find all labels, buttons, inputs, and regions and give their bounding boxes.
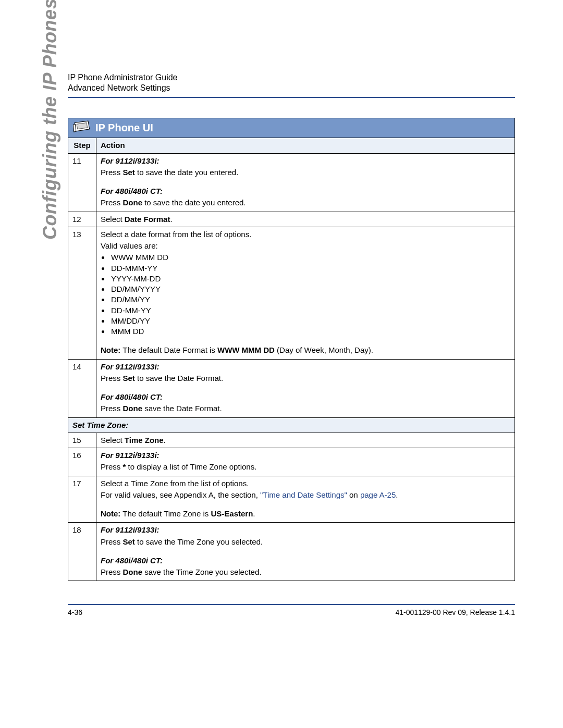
step-cell: 18: [68, 523, 96, 581]
page: IP Phone Administrator Guide Advanced Ne…: [0, 0, 563, 728]
step-cell: 15: [68, 433, 96, 448]
list-item: YYYY-MM-DD: [110, 274, 510, 284]
table-row: 12 Select Date Format.: [68, 212, 515, 227]
table-header-row: Step Action: [68, 138, 515, 153]
table-row: 11 For 9112i/9133i: Press Set to save th…: [68, 153, 515, 212]
action-text: For valid values, see Appendix A, the se…: [101, 490, 510, 500]
list-item: DD/MM/YY: [110, 294, 510, 305]
model-heading: For 9112i/9133i:: [101, 362, 510, 372]
col-step-header: Step: [68, 138, 96, 153]
action-cell: For 9112i/9133i: Press Set to save the d…: [96, 153, 515, 212]
action-cell: Select Time Zone.: [96, 433, 515, 448]
note-text: Note: The default Time Zone is US-Easter…: [101, 509, 510, 519]
action-text: Press Done save the Time Zone you select…: [101, 567, 510, 577]
step-cell: 14: [68, 359, 96, 417]
page-number: 4-36: [68, 608, 82, 616]
step-cell: 12: [68, 212, 96, 227]
table-row: 18 For 9112i/9133i: Press Set to save th…: [68, 523, 515, 581]
action-cell: For 9112i/9133i: Press Set to save the T…: [96, 523, 515, 581]
action-text: Press * to display a list of Time Zone o…: [101, 462, 510, 472]
table-row: 17 Select a Time Zone from the list of o…: [68, 476, 515, 523]
header-rule: [68, 97, 515, 98]
cross-ref-link[interactable]: "Time and Date Settings": [260, 490, 347, 499]
page-header: IP Phone Administrator Guide Advanced Ne…: [68, 73, 515, 98]
action-text: Press Set to save the Date Format.: [101, 373, 510, 384]
action-cell: For 9112i/9133i: Press * to display a li…: [96, 448, 515, 476]
action-text: Select a Time Zone from the list of opti…: [101, 478, 510, 489]
col-action-header: Action: [96, 138, 515, 153]
action-text: Press Done to save the date you entered.: [101, 198, 510, 208]
action-text: Valid values are:: [101, 241, 510, 251]
step-cell: 16: [68, 448, 96, 476]
table-row: 15 Select Time Zone.: [68, 433, 515, 448]
page-footer: 4-36 41-001129-00 Rev 09, Release 1.4.1: [68, 604, 515, 616]
list-item: DD-MMM-YY: [110, 263, 510, 274]
table-row: 13 Select a date format from the list of…: [68, 227, 515, 359]
step-cell: 11: [68, 153, 96, 212]
step-cell: 13: [68, 227, 96, 359]
list-item: DD/MM/YYYY: [110, 284, 510, 294]
action-cell: Select a date format from the list of op…: [96, 227, 515, 359]
action-text: Select a date format from the list of op…: [101, 229, 510, 240]
table-row: 14 For 9112i/9133i: Press Set to save th…: [68, 359, 515, 417]
action-text: Press Set to save the Time Zone you sele…: [101, 537, 510, 547]
list-item: MMM DD: [110, 326, 510, 337]
model-heading: For 9112i/9133i:: [101, 525, 510, 535]
list-item: DD-MM-YY: [110, 305, 510, 316]
doc-revision: 41-001129-00 Rev 09, Release 1.4.1: [395, 608, 515, 616]
banner-title: IP Phone UI: [95, 121, 153, 135]
list-item: MM/DD/YY: [110, 316, 510, 326]
header-line-1: IP Phone Administrator Guide: [68, 73, 515, 82]
action-cell: For 9112i/9133i: Press Set to save the D…: [96, 359, 515, 417]
banner-row: IP Phone UI: [68, 118, 515, 138]
phone-ui-icon: [72, 120, 90, 135]
model-heading: For 480i/480i CT:: [101, 392, 510, 402]
step-cell: 17: [68, 476, 96, 523]
model-heading: For 480i/480i CT:: [101, 186, 510, 196]
section-heading: Set Time Zone:: [68, 417, 515, 433]
section-row: Set Time Zone:: [68, 417, 515, 433]
note-text: Note: The default Date Format is WWW MMM…: [101, 345, 510, 355]
action-cell: Select a Time Zone from the list of opti…: [96, 476, 515, 523]
action-text: Press Set to save the date you entered.: [101, 167, 510, 178]
list-item: WWW MMM DD: [110, 252, 510, 263]
page-ref-link[interactable]: page A-25: [360, 490, 396, 499]
model-heading: For 480i/480i CT:: [101, 556, 510, 566]
svg-marker-2: [73, 124, 76, 132]
table-row: 16 For 9112i/9133i: Press * to display a…: [68, 448, 515, 476]
model-heading: For 9112i/9133i:: [101, 156, 510, 166]
date-format-list: WWW MMM DD DD-MMM-YY YYYY-MM-DD DD/MM/YY…: [110, 252, 510, 337]
side-chapter-title: Configuring the IP Phones: [39, 0, 61, 240]
action-text: Press Done save the Date Format.: [101, 403, 510, 414]
action-cell: Select Date Format.: [96, 212, 515, 227]
header-line-2: Advanced Network Settings: [68, 83, 515, 93]
procedure-table: IP Phone UI Step Action 11 For 9112i/913…: [68, 118, 515, 581]
model-heading: For 9112i/9133i:: [101, 450, 510, 461]
